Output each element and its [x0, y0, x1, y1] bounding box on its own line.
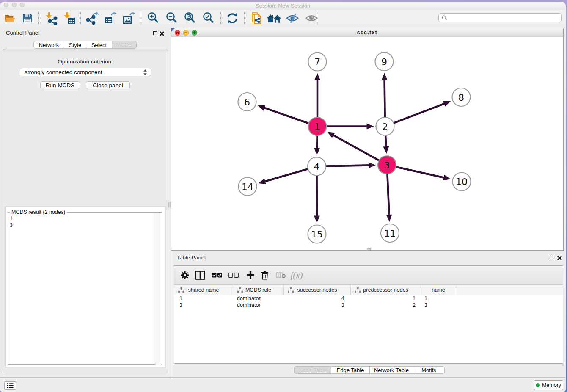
open-file-button[interactable] — [2, 11, 17, 25]
run-mcds-button[interactable]: Run MCDS — [40, 81, 80, 89]
tab-style[interactable]: Style — [64, 41, 86, 49]
export-table-button[interactable] — [103, 11, 118, 25]
graph-node-label: 1 — [314, 121, 320, 132]
splitter-handle[interactable] — [168, 202, 171, 207]
graph-edge[interactable] — [393, 103, 445, 123]
first-neighbors-button[interactable] — [267, 11, 282, 25]
open-folder-icon — [3, 12, 16, 25]
column-header-predecessor-nodes[interactable]: predecessor nodes — [351, 285, 421, 295]
tab-mcds[interactable]: MCDS — [112, 41, 137, 49]
tab-edge-table[interactable]: Edge Table — [331, 366, 370, 374]
function-builder-button[interactable]: f(x) — [287, 268, 306, 282]
export-table-icon — [104, 11, 117, 25]
zoom-selected-icon — [202, 11, 215, 25]
main-toolbar — [0, 10, 566, 27]
tab-network[interactable]: Network — [33, 41, 64, 49]
table-cell: 3 — [179, 302, 182, 308]
graph-edge[interactable] — [387, 174, 389, 215]
tab-node-table[interactable]: Node Table — [294, 366, 331, 374]
close-table-panel-icon[interactable] — [557, 256, 561, 260]
refresh-icon — [226, 11, 239, 25]
add-column-button[interactable] — [243, 268, 258, 282]
result-item[interactable]: 3 — [10, 222, 13, 229]
column-type-icon — [355, 287, 361, 293]
column-label: successor nodes — [297, 287, 337, 293]
graph-edge[interactable] — [325, 165, 369, 166]
float-panel-icon[interactable] — [153, 31, 157, 35]
save-session-button[interactable] — [20, 11, 35, 25]
graph-node-label: 2 — [382, 121, 388, 132]
float-table-panel-icon[interactable] — [550, 256, 553, 259]
network-window-handle[interactable] — [367, 248, 371, 250]
tab-select[interactable]: Select — [86, 41, 112, 49]
close-panel-button[interactable]: Close panel — [86, 81, 130, 89]
zoom-out-button[interactable] — [164, 11, 179, 25]
control-panel-title: Control Panel — [6, 30, 39, 36]
table-tabs: Node Table Edge Table Network Table Moti… — [294, 366, 445, 374]
hide-selected-button[interactable] — [285, 11, 300, 25]
import-network-button[interactable] — [44, 11, 59, 25]
export-network-button[interactable] — [85, 11, 100, 25]
delete-column-button[interactable] — [258, 268, 272, 282]
zoom-out-icon — [165, 11, 179, 25]
column-label: name — [432, 287, 445, 293]
graph-edge[interactable] — [385, 79, 385, 118]
import-table-button[interactable] — [62, 11, 77, 25]
network-window-title: scc.txt — [171, 30, 563, 36]
result-scrollbar[interactable] — [155, 213, 161, 365]
result-item[interactable]: 1 — [10, 215, 13, 222]
zoom-selected-button[interactable] — [201, 11, 216, 25]
graph-edge[interactable] — [264, 169, 308, 182]
apply-layout-button[interactable] — [225, 11, 240, 25]
graph-edge-arrow — [314, 215, 320, 223]
tab-network-table[interactable]: Network Table — [370, 366, 413, 374]
table-settings-button[interactable] — [178, 268, 192, 282]
control-panel: Control Panel Network Style Select MCDS … — [0, 27, 171, 377]
deselect-all-button[interactable] — [226, 268, 241, 282]
delete-table-button[interactable] — [274, 268, 288, 282]
task-list-icon — [7, 383, 14, 389]
tab-motifs[interactable]: Motifs — [413, 366, 445, 374]
close-panel-icon[interactable] — [159, 31, 164, 36]
column-header-mcds-role[interactable]: MCDS role — [233, 285, 284, 295]
graph-node-label: 8 — [458, 92, 464, 103]
graph-edge[interactable] — [264, 108, 309, 124]
graph-edge-arrow — [258, 105, 265, 110]
task-history-button[interactable] — [4, 381, 16, 390]
split-panes-icon — [195, 271, 205, 280]
memory-button[interactable]: Memory — [534, 380, 563, 390]
table-row[interactable]: 3dominator323 — [174, 302, 563, 309]
search-input[interactable] — [449, 14, 561, 22]
table-panel-title: Table Panel — [177, 254, 206, 261]
graph-node-label: 9 — [381, 57, 387, 67]
select-all-button[interactable] — [210, 268, 224, 282]
unchecked-boxes-icon — [228, 272, 239, 278]
zoom-fit-button[interactable] — [182, 11, 198, 25]
column-type-icon — [237, 287, 243, 293]
graph-node-label: 11 — [384, 228, 396, 239]
graph-edge[interactable] — [333, 135, 379, 161]
graph-edge[interactable] — [317, 135, 317, 149]
clone-network-button[interactable] — [248, 11, 264, 25]
graph-node-label: 4 — [314, 161, 320, 172]
app-window: Session: New Session — [0, 2, 566, 392]
export-image-icon — [122, 11, 136, 25]
export-image-button[interactable] — [121, 11, 137, 25]
optimization-criterion-select[interactable]: strongly connected component — [19, 68, 151, 76]
table-row[interactable]: 1dominator411 — [174, 295, 563, 302]
toolbar-separator — [80, 12, 81, 25]
clone-network-icon — [249, 11, 263, 25]
column-header-successor-nodes[interactable]: successor nodes — [284, 285, 351, 295]
column-header-name[interactable]: name — [421, 285, 456, 295]
table-panes-button[interactable] — [193, 268, 207, 282]
network-graph[interactable]: 7968124314101511 — [171, 37, 563, 251]
zoom-in-button[interactable] — [146, 11, 161, 25]
table-box: f(x) shared name MCDS role successor nod… — [174, 265, 563, 364]
mcds-result-list[interactable]: 13 — [10, 215, 13, 229]
graph-edge[interactable] — [385, 135, 386, 147]
show-all-button[interactable] — [304, 11, 319, 25]
graph-edge[interactable] — [396, 167, 445, 178]
import-table-icon — [63, 11, 76, 25]
plus-icon — [246, 271, 255, 279]
column-header-shared-name[interactable]: shared name — [174, 285, 233, 295]
